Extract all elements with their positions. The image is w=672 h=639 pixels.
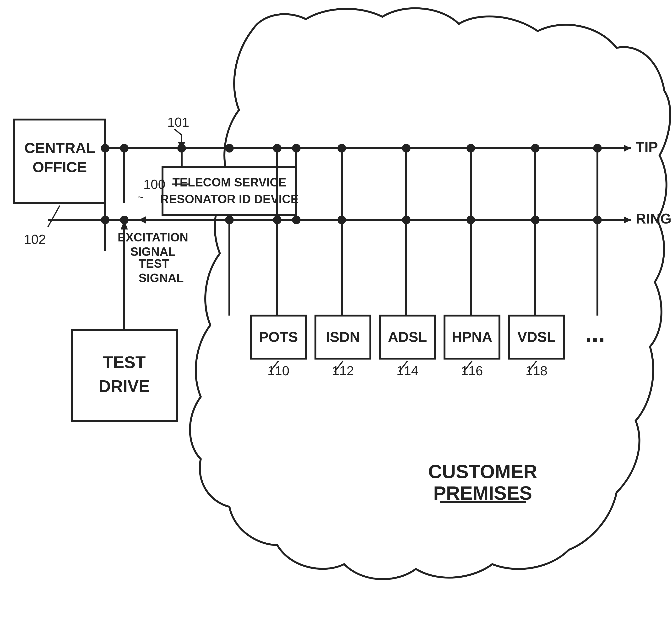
ref-101: 101 <box>167 115 189 129</box>
test-drive-label2: DRIVE <box>99 377 150 396</box>
diagram-container: TIP RING CENTRAL OFFICE 102 TELECOM SERV… <box>0 0 672 639</box>
tilde-100: ~ <box>138 191 144 203</box>
isdn-label: ISDN <box>326 329 360 345</box>
central-office-label2: OFFICE <box>32 159 87 175</box>
ref-102: 102 <box>24 232 46 247</box>
test-signal-label2: SIGNAL <box>139 271 184 285</box>
excitation-label2: SIGNAL <box>130 245 176 259</box>
adsl-label: ADSL <box>388 329 427 345</box>
telecom-label1: TELECOM SERVICE <box>173 176 287 189</box>
customer-label: CUSTOMER <box>428 461 537 482</box>
svg-point-30 <box>120 144 129 153</box>
svg-point-10 <box>101 144 110 153</box>
ellipsis-label: ... <box>585 320 605 347</box>
svg-point-11 <box>101 216 110 224</box>
hpna-label: HPNA <box>452 329 492 345</box>
test-signal-label1: TEST <box>139 257 169 270</box>
svg-point-71 <box>292 144 301 153</box>
svg-point-73 <box>292 216 301 224</box>
ref-100: 100 <box>143 177 165 192</box>
central-office-label: CENTRAL <box>25 140 95 156</box>
test-drive-label1: TEST <box>103 353 146 372</box>
svg-rect-24 <box>72 330 177 421</box>
pots-label: POTS <box>259 329 298 345</box>
tip-label: TIP <box>636 139 658 155</box>
vdsl-label: VDSL <box>517 329 556 345</box>
premises-label: PREMISES <box>433 482 532 504</box>
excitation-label1: EXCITATION <box>117 231 188 244</box>
ring-label: RING <box>636 211 672 227</box>
svg-point-68 <box>225 144 234 153</box>
